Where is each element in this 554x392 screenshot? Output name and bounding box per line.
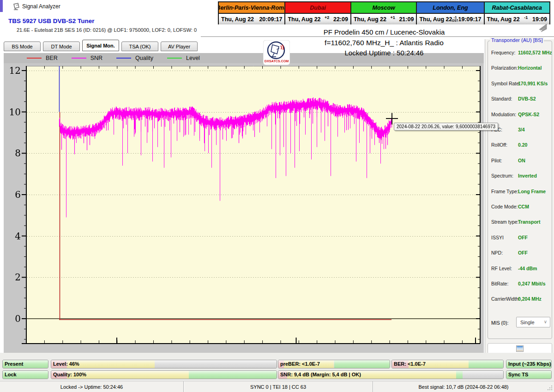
tp-row-value: Inverted	[518, 173, 537, 178]
tp-row-value: Horizontal	[518, 65, 542, 71]
tp-row-label: Standard:	[491, 96, 512, 101]
strip-section: Best signal: 10,7 dB (2024-08-22 06:48)	[373, 381, 554, 392]
crosshair-icon	[391, 113, 392, 125]
status-bar-snr: SNR: 9,4 dB (Margin: 5,4 dB | OK)	[278, 370, 504, 379]
tz-offset: -1	[524, 15, 528, 20]
legend-label: Level	[186, 55, 200, 61]
clock-time: 19:09:17	[458, 16, 481, 23]
status-bar-label: preBER: <1.0E-7	[280, 361, 320, 367]
clock-time: 20:09:17	[259, 16, 282, 23]
mode-tab-row: BS ModeDT ModeSignal Mon.TSA (OK)AV Play…	[4, 39, 198, 51]
legend-label: SNR	[90, 55, 102, 61]
legend-line-icon	[167, 58, 182, 59]
legend-line-icon	[116, 58, 131, 59]
tab-tsa-ok[interactable]: TSA (OK)	[121, 42, 158, 51]
clock-time-cell: Thu, Aug 2220:09:17	[219, 13, 284, 24]
status-bar-label: SNR: 9,4 dB (Margin: 5,4 dB | OK)	[280, 372, 361, 377]
status-zone-green	[456, 371, 463, 379]
snr-trend-plot[interactable]	[4, 63, 484, 353]
tp-row-value: ON	[518, 158, 525, 163]
tp-row-label: CarrierWidth:	[491, 296, 520, 302]
cursor-arrow-icon	[536, 23, 548, 32]
tp-row-label: BitRate:	[491, 281, 508, 286]
locked-uptime-title: Locked Uptime : 50:24:46	[323, 49, 445, 57]
tp-row-value: Transport	[518, 219, 540, 225]
clock-time-cell: Thu, Aug 22+222:09	[284, 13, 350, 24]
clock-date: Thu, Aug 22	[221, 16, 254, 23]
strip-section: SYNC 0 | TEI 18 | CC 63	[184, 381, 373, 392]
status-bar-label: Present	[5, 361, 23, 367]
tuner-title: TBS 5927 USB DVB-S2 Tuner	[8, 18, 95, 24]
status-bar-label: Sync TS	[508, 372, 528, 377]
tp-row-value: 0,247 Mbit/s	[518, 281, 546, 286]
signal-analyzer-window: Signal Analyzer Berlin-Paris-Vienna-Roma…	[0, 0, 554, 392]
mis-selected-value: Single	[520, 320, 535, 325]
status-bar-level: Level: 46%	[51, 360, 277, 368]
mis-label: MIS (0):	[491, 320, 508, 326]
mis-dropdown[interactable]: Single ∨	[516, 317, 550, 327]
clock-time: 19:09	[532, 16, 547, 23]
frequency-title: f=11602,760 MHz_H_ : Atlantis Radio	[295, 39, 473, 47]
tp-row-label: RollOff:	[491, 142, 507, 148]
tp-row-label: Modulation:	[491, 112, 516, 117]
header-separator	[201, 36, 554, 37]
tab-bs-mode[interactable]: BS Mode	[4, 42, 41, 51]
tab-dt-mode[interactable]: DT Mode	[43, 42, 80, 51]
status-bar-sync-ts: Sync TS	[506, 370, 552, 379]
world-clock-table: Berlin-Paris-Vienna-RomaDubaiMoscowLondo…	[218, 1, 550, 24]
window-title: Signal Analyzer	[22, 3, 60, 10]
tp-row-label: Symbol Rate:	[491, 81, 520, 86]
clock-date: Thu, Aug 22	[487, 16, 520, 23]
clock-city-header: Moscow	[350, 2, 416, 13]
clock-city-header: Rabat-Casablanca	[484, 2, 549, 13]
logo-text: DXSATCS.COM	[265, 59, 289, 63]
tp-row-label: Stream type:	[491, 219, 519, 225]
tp-row-value: OFF	[518, 235, 528, 240]
tp-row-label: NPD:	[491, 250, 503, 255]
clock-city-header: Dubai	[284, 2, 350, 13]
list-button-icon	[516, 345, 524, 352]
resize-grip-icon[interactable]	[547, 385, 553, 391]
status-bar-ber: BER: <1.0E-7	[391, 360, 504, 368]
clock-time: 21:09	[399, 16, 414, 23]
tab-signal-mon[interactable]: Signal Mon.	[82, 40, 119, 51]
legend-line-icon	[27, 58, 42, 59]
tp-row-label: ISSYI	[491, 235, 504, 240]
clock-time-cell: Thu, Aug 22+121:09	[350, 13, 416, 24]
legend-item-ber: BER	[27, 55, 58, 61]
chevron-down-icon: ∨	[544, 319, 547, 324]
legend-line-icon	[72, 58, 86, 59]
tp-row-label: Frequency:	[491, 50, 516, 55]
site-title: PF Prodelin 450 cm / Lucenec-Slovakia	[295, 28, 473, 36]
tab-av-player[interactable]: AV Player	[161, 42, 198, 51]
legend-item-snr: SNR	[72, 55, 102, 61]
status-zone-gray	[463, 371, 503, 379]
transponder-group-title: Transponder (AU) [BS]	[490, 37, 544, 43]
legend-item-quality: Quality	[116, 55, 153, 61]
legend-label: BER	[46, 55, 58, 61]
tp-row-value: OFF	[518, 250, 528, 255]
status-zone-green	[469, 360, 503, 368]
tp-row-value: -44 dBm	[518, 266, 537, 271]
clock-date: Thu, Aug 22	[288, 16, 320, 23]
tp-row-value: 3/4	[518, 127, 525, 132]
clock-time: 22:09	[333, 16, 348, 23]
tp-row-value: 11602,572 MHz	[518, 50, 552, 55]
status-bar-preber: preBER: <1.0E-7	[278, 360, 390, 368]
tp-row-label: Spectrum:	[491, 173, 513, 178]
tz-offset: +2	[325, 15, 329, 20]
tp-row-label: Polarization:	[491, 65, 518, 71]
tp-row-label: Code Mode:	[491, 204, 518, 209]
tp-row-value: Long Frame	[518, 189, 546, 194]
status-zone-yellow	[67, 360, 155, 368]
status-bar-lock: Lock	[2, 370, 48, 379]
status-bar-present: Present	[2, 360, 48, 368]
clock-city-header: London, Eng	[416, 2, 483, 13]
status-bar-label: Level: 46%	[53, 361, 79, 367]
tp-row-value: 0,204 MHz	[518, 296, 542, 302]
tp-row-label: Frame Type:	[491, 189, 518, 194]
status-zone-green	[189, 371, 277, 379]
strip-section: Locked -> Uptime: 50:24:46	[0, 381, 184, 392]
chart-value-tooltip: 2024-08-22 20.06.26, value: 9,6000003814…	[394, 123, 498, 131]
status-zone-green	[334, 360, 390, 368]
